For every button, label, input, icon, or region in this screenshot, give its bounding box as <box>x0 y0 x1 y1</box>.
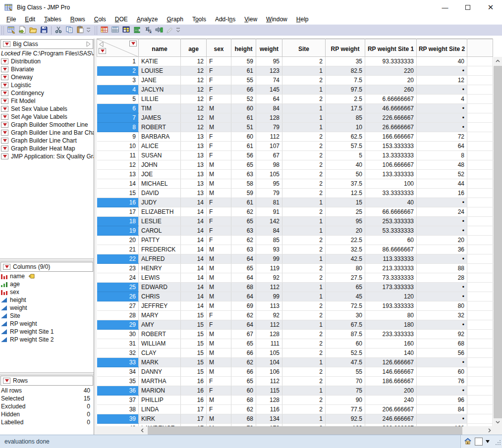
cell[interactable]: 193.333333 <box>365 301 417 311</box>
cell[interactable]: 32.5 <box>326 245 365 254</box>
cell[interactable]: 112 <box>256 377 282 386</box>
cell[interactable]: 67 <box>231 330 256 339</box>
red-triangle-icon[interactable] <box>1 122 8 128</box>
cell[interactable]: F <box>207 377 231 386</box>
toolbar-button-new-data-table[interactable] <box>6 25 17 36</box>
close-button[interactable]: ✕ <box>479 0 502 15</box>
cell[interactable]: • <box>417 226 467 236</box>
red-triangle-icon[interactable] <box>1 82 8 88</box>
cell[interactable]: 112 <box>256 132 282 142</box>
cell[interactable]: 253.333333 <box>365 217 417 226</box>
red-triangle-icon[interactable] <box>3 264 10 270</box>
cell[interactable]: F <box>207 142 231 151</box>
column-item-rp-weight-site-2[interactable]: RP weight Site 2 <box>0 336 94 344</box>
cell[interactable]: M <box>207 273 231 283</box>
cell[interactable]: 40 <box>417 57 467 66</box>
cell[interactable]: 48 <box>417 160 467 170</box>
menu-item-file[interactable]: File <box>2 15 20 24</box>
script-item-contingency[interactable]: Contingency <box>0 89 94 97</box>
cell[interactable]: 73.3333333 <box>365 273 417 283</box>
toolbar-button-cut[interactable] <box>53 25 64 36</box>
menu-item-rows[interactable]: Rows <box>66 15 90 24</box>
cell[interactable]: 60 <box>326 339 365 348</box>
cell[interactable]: DANNY <box>139 367 181 377</box>
cell[interactable]: 69 <box>231 301 256 311</box>
row-number[interactable]: 22 <box>97 254 139 264</box>
scroll-up-arrow-icon[interactable] <box>494 57 502 65</box>
cell[interactable]: 15 <box>181 320 207 330</box>
cell[interactable]: 12 <box>181 76 207 85</box>
cell[interactable]: 128 <box>256 396 282 405</box>
cell[interactable]: 20 <box>417 236 467 245</box>
cell[interactable]: 95 <box>256 57 282 66</box>
column-header-height[interactable]: height <box>231 39 256 57</box>
cell[interactable]: 145 <box>256 85 282 95</box>
row-number[interactable]: 20 <box>97 236 139 245</box>
column-item-rp-weight-site-1[interactable]: RP weight Site 1 <box>0 328 94 336</box>
cell[interactable]: 12 <box>417 76 467 85</box>
red-triangle-icon[interactable] <box>3 41 10 47</box>
cell[interactable]: 2 <box>282 348 326 358</box>
cell[interactable]: M <box>207 254 231 264</box>
cell[interactable]: 64 <box>231 254 256 264</box>
cell[interactable]: 2 <box>282 207 326 217</box>
cell[interactable]: 2 <box>282 405 326 414</box>
row-number[interactable]: 27 <box>97 301 139 311</box>
cell[interactable]: 55 <box>326 367 365 377</box>
cell[interactable]: 105 <box>256 348 282 358</box>
cell[interactable]: 64 <box>417 142 467 151</box>
toolbar-button-journal[interactable] <box>17 25 28 36</box>
cell[interactable]: 2 <box>282 151 326 160</box>
vertical-scrollbar[interactable] <box>494 57 502 426</box>
cell[interactable]: M <box>207 123 231 132</box>
cell[interactable]: 32 <box>417 311 467 320</box>
cell[interactable]: 1 <box>282 113 326 123</box>
column-header-weight[interactable]: weight <box>256 39 282 57</box>
cell[interactable]: 13 <box>181 170 207 179</box>
cell[interactable]: 13.3333333 <box>365 151 417 160</box>
cell[interactable]: 99 <box>256 292 282 301</box>
cell[interactable]: M <box>207 367 231 377</box>
cell[interactable]: 60 <box>231 386 256 396</box>
cell[interactable]: LINDA <box>139 405 181 414</box>
toolbar-overflow-chevron-icon[interactable] <box>175 25 181 36</box>
resize-grip[interactable] <box>495 440 501 447</box>
cell[interactable]: 59 <box>231 57 256 66</box>
home-icon[interactable] <box>464 437 472 447</box>
vertical-scroll-thumb[interactable] <box>494 66 502 418</box>
cell[interactable]: FREDERICK <box>139 245 181 254</box>
cell[interactable]: LEWIS <box>139 273 181 283</box>
cell[interactable]: 58 <box>231 179 256 189</box>
cell[interactable]: 77.5 <box>326 405 365 414</box>
cell[interactable]: 1 <box>282 320 326 330</box>
cell[interactable]: 2 <box>282 132 326 142</box>
row-number[interactable]: 10 <box>97 142 139 151</box>
cell[interactable]: 220 <box>365 66 417 76</box>
cell[interactable]: 146.666667 <box>365 367 417 377</box>
cell[interactable]: 12 <box>181 113 207 123</box>
cell[interactable]: 17 <box>181 414 207 424</box>
cell[interactable]: 14 <box>181 254 207 264</box>
column-item-rp-weight[interactable]: RP weight <box>0 320 94 328</box>
scroll-right-arrow-icon[interactable] <box>485 426 494 435</box>
script-item-set-sex-value-labels[interactable]: Set Sex Value Labels <box>0 105 94 113</box>
cell[interactable]: 75 <box>326 386 365 396</box>
toolbar-button-split-window[interactable] <box>121 25 132 36</box>
cell[interactable]: 107 <box>256 142 282 151</box>
cell[interactable]: 1 <box>282 358 326 367</box>
cell[interactable]: 123 <box>256 66 282 76</box>
cell[interactable]: F <box>207 226 231 236</box>
cell[interactable]: 62 <box>231 207 256 217</box>
cell[interactable]: TIM <box>139 104 181 113</box>
toolbar-button-summary[interactable] <box>110 25 121 36</box>
cell[interactable]: M <box>207 264 231 273</box>
cell[interactable]: F <box>207 85 231 95</box>
cell[interactable]: 92 <box>256 273 282 283</box>
column-item-height[interactable]: height <box>0 296 94 304</box>
cell[interactable]: 116 <box>256 405 282 414</box>
cell[interactable]: F <box>207 132 231 142</box>
cell[interactable]: M <box>207 245 231 254</box>
cell[interactable]: 68 <box>231 283 256 292</box>
cell[interactable]: • <box>417 292 467 301</box>
cell[interactable]: 14 <box>181 245 207 254</box>
